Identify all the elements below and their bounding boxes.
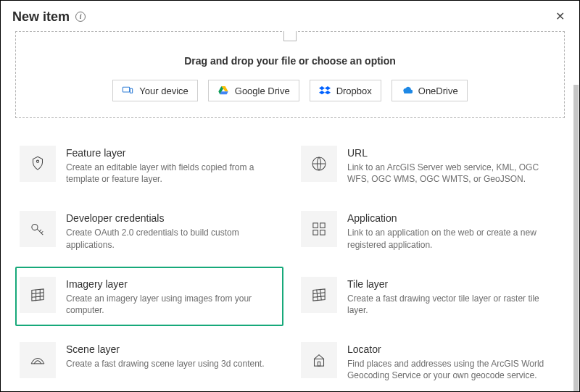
tile-layer-icon (301, 277, 337, 313)
item-type-grid: Feature layer Create an editable layer w… (14, 135, 566, 390)
source-button-row: Your device Google Drive Dropbox (23, 80, 557, 101)
svg-rect-13 (320, 223, 326, 228)
source-onedrive-label: OneDrive (418, 86, 458, 96)
option-title: URL (347, 147, 552, 159)
dropbox-icon (319, 85, 331, 96)
onedrive-icon (401, 85, 413, 96)
svg-marker-5 (319, 86, 325, 90)
new-item-modal: New item i ✕ Drag and drop your file or … (0, 0, 580, 392)
option-feature-layer[interactable]: Feature layer Create an editable layer w… (15, 135, 283, 195)
source-dropbox-label: Dropbox (336, 86, 372, 96)
option-desc: Create an editable layer with fields cop… (66, 162, 270, 185)
option-tile-layer[interactable]: Tile layer Create a fast drawing vector … (297, 267, 565, 326)
dropzone-top-stub (23, 39, 557, 51)
scrollbar[interactable] (573, 85, 579, 392)
svg-point-11 (32, 225, 38, 230)
svg-marker-7 (319, 91, 325, 94)
close-icon: ✕ (555, 10, 565, 22)
option-desc: Create a fast drawing vector tile layer … (347, 293, 552, 316)
source-your-device[interactable]: Your device (112, 80, 197, 101)
application-icon (301, 211, 337, 247)
option-title: Tile layer (347, 278, 552, 290)
option-desc: Create an imagery layer using images fro… (66, 293, 270, 316)
svg-rect-0 (123, 87, 130, 92)
scene-layer-icon (20, 342, 56, 378)
svg-rect-16 (315, 359, 324, 367)
option-url[interactable]: URL Link to an ArcGIS Server web service… (297, 135, 565, 195)
source-dropbox[interactable]: Dropbox (310, 80, 381, 101)
option-desc: Create OAuth 2.0 credentials to build cu… (66, 227, 270, 250)
info-icon[interactable]: i (75, 12, 86, 22)
modal-header: New item i ✕ (1, 1, 579, 31)
svg-rect-12 (313, 223, 318, 228)
svg-point-9 (36, 160, 38, 162)
svg-rect-14 (313, 230, 318, 235)
modal-body: Drag and drop your file or choose an opt… (1, 31, 579, 390)
google-drive-icon (218, 85, 229, 96)
svg-marker-8 (325, 91, 331, 94)
option-title: Locator (347, 343, 552, 355)
locator-icon (301, 342, 337, 378)
option-imagery-layer[interactable]: Imagery layer Create an imagery layer us… (15, 267, 283, 326)
source-onedrive[interactable]: OneDrive (392, 80, 468, 101)
option-developer-credentials[interactable]: Developer credentials Create OAuth 2.0 c… (15, 201, 283, 260)
imagery-layer-icon (20, 277, 56, 313)
modal-title-wrap: New item i (12, 9, 86, 25)
option-desc: Link to an application on the web or cre… (347, 227, 552, 250)
option-application[interactable]: Application Link to an application on th… (297, 201, 565, 260)
svg-rect-1 (130, 88, 133, 93)
file-dropzone[interactable]: Drag and drop your file or choose an opt… (15, 31, 565, 118)
source-your-device-label: Your device (139, 86, 188, 96)
option-title: Developer credentials (66, 212, 270, 224)
option-title: Scene layer (66, 343, 270, 355)
option-title: Feature layer (66, 147, 270, 159)
option-desc: Create a fast drawing scene layer using … (66, 358, 270, 370)
svg-rect-15 (320, 230, 326, 235)
option-title: Application (347, 212, 552, 224)
source-google-drive-label: Google Drive (235, 86, 290, 96)
url-icon (301, 146, 337, 182)
option-title: Imagery layer (66, 278, 270, 290)
close-button[interactable]: ✕ (552, 8, 568, 25)
device-icon (122, 85, 133, 96)
feature-layer-icon (20, 146, 56, 182)
source-google-drive[interactable]: Google Drive (208, 80, 299, 101)
dropzone-text: Drag and drop your file or choose an opt… (23, 55, 557, 67)
option-desc: Link to an ArcGIS Server web service, KM… (347, 162, 552, 185)
svg-marker-6 (325, 86, 331, 90)
key-icon (20, 211, 56, 247)
option-locator[interactable]: Locator Find places and addresses using … (297, 332, 565, 390)
option-scene-layer[interactable]: Scene layer Create a fast drawing scene … (15, 332, 283, 390)
svg-rect-17 (318, 362, 320, 367)
modal-title: New item (12, 9, 70, 25)
option-desc: Find places and addresses using the ArcG… (347, 358, 552, 381)
